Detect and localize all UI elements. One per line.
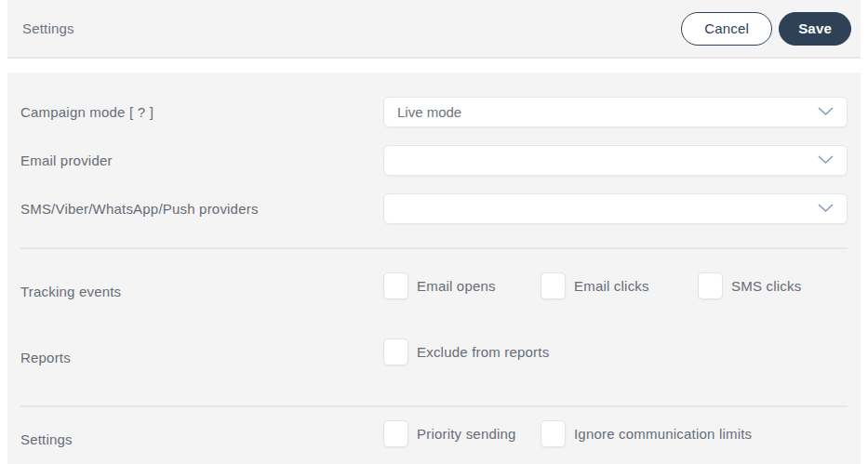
settings-options: Priority sending Ignore communication li…: [383, 420, 848, 447]
email-provider-row: Email provider: [20, 136, 848, 184]
settings-header: Settings Cancel Save: [7, 0, 861, 59]
sms-clicks-checkbox[interactable]: [698, 272, 723, 299]
priority-sending-option-label: Priority sending: [417, 426, 516, 442]
email-clicks-option[interactable]: Email clicks: [541, 272, 698, 299]
reports-label: Reports: [20, 350, 383, 365]
tracking-events-label: Tracking events: [20, 284, 383, 299]
reports-options: Exclude from reports: [383, 338, 848, 365]
email-clicks-option-label: Email clicks: [574, 278, 649, 294]
chevron-down-icon: [818, 204, 834, 213]
email-provider-label: Email provider: [20, 152, 383, 168]
header-actions: Cancel Save: [681, 12, 851, 46]
campaign-mode-select[interactable]: Live mode: [383, 97, 848, 127]
tracking-events-row: Tracking events Email opens Email clicks…: [20, 249, 848, 322]
email-opens-option-label: Email opens: [417, 278, 496, 294]
ignore-communication-limits-checkbox[interactable]: [541, 420, 566, 447]
exclude-from-reports-option-label: Exclude from reports: [417, 344, 549, 360]
sms-providers-row: SMS/Viber/WhatsApp/Push providers: [20, 184, 848, 232]
page-title: Settings: [22, 20, 74, 36]
email-clicks-checkbox[interactable]: [541, 272, 566, 299]
ignore-communication-limits-option-label: Ignore communication limits: [574, 426, 752, 442]
save-button[interactable]: Save: [779, 12, 851, 46]
campaign-mode-row: Campaign mode [ ? ] Live mode: [20, 87, 848, 136]
settings-row: Settings Priority sending Ignore communi…: [20, 407, 848, 459]
chevron-down-icon: [818, 107, 834, 116]
priority-sending-option[interactable]: Priority sending: [383, 420, 541, 447]
exclude-from-reports-option[interactable]: Exclude from reports: [383, 338, 549, 365]
chevron-down-icon: [818, 155, 834, 165]
campaign-mode-label: Campaign mode [ ? ]: [20, 104, 383, 120]
settings-label: Settings: [20, 431, 383, 447]
email-opens-checkbox[interactable]: [383, 272, 408, 299]
email-provider-select[interactable]: [383, 145, 848, 176]
priority-sending-checkbox[interactable]: [383, 420, 408, 447]
sms-clicks-option[interactable]: SMS clicks: [698, 272, 855, 299]
exclude-from-reports-checkbox[interactable]: [383, 338, 408, 365]
reports-row: Reports Exclude from reports: [20, 322, 848, 381]
tracking-events-options: Email opens Email clicks SMS clicks: [383, 272, 855, 299]
settings-form-panel: Campaign mode [ ? ] Live mode Email prov…: [7, 73, 861, 464]
email-opens-option[interactable]: Email opens: [383, 272, 541, 299]
sms-providers-label: SMS/Viber/WhatsApp/Push providers: [20, 201, 383, 217]
campaign-mode-value: Live mode: [397, 104, 461, 120]
cancel-button[interactable]: Cancel: [681, 12, 772, 46]
sms-providers-select[interactable]: [383, 193, 848, 224]
ignore-communication-limits-option[interactable]: Ignore communication limits: [541, 420, 752, 447]
sms-clicks-option-label: SMS clicks: [731, 278, 801, 294]
